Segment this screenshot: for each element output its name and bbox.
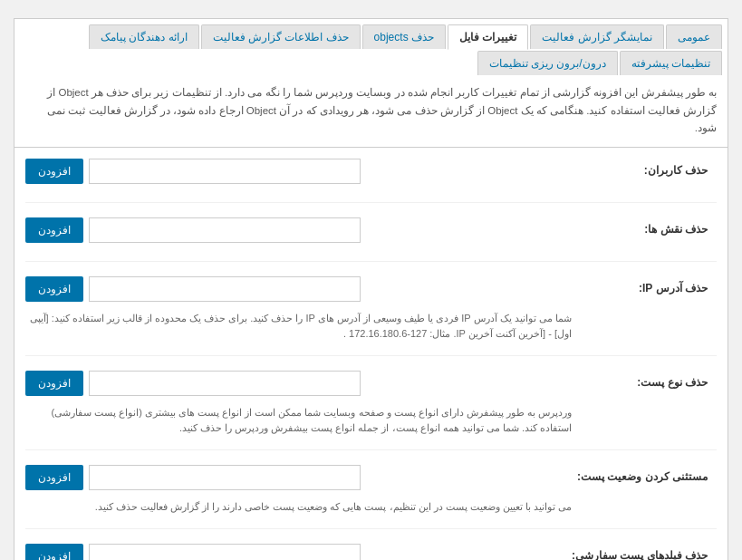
form-row-delete-post-type: حذف نوع پست:افزودنوردپرس به طور پیشفرش د… bbox=[25, 371, 717, 450]
tab-file-changes[interactable]: تغییرات فایل bbox=[448, 24, 528, 50]
row-label-exclude-post-status: مستثنی کردن وضعیت پست: bbox=[572, 465, 717, 483]
row-content-exclude-post-status: افزودنمی توانید با تعیین وضعیت پست در ای… bbox=[25, 465, 572, 516]
add-button-delete-post-type[interactable]: افزودن bbox=[25, 371, 83, 396]
form-row-delete-order-fields: حذف فیلدهای پست سفارشی:افزودنمی توانید ا… bbox=[25, 544, 717, 560]
content-area: حذف کاربران:افزودنحذف نقش ها:افزودنحذف آ… bbox=[14, 148, 728, 560]
input-add-row-delete-users: افزودن bbox=[25, 159, 572, 184]
add-button-delete-users[interactable]: افزودن bbox=[25, 159, 83, 184]
row-content-delete-order-fields: افزودنمی توانید از علامت * برای حذف چندی… bbox=[25, 544, 572, 560]
row-label-delete-users: حذف کاربران: bbox=[572, 159, 717, 177]
tab-delete-activity[interactable]: حذف اطلاعات گزارش فعالیت bbox=[201, 24, 361, 49]
row-label-delete-order-fields: حذف فیلدهای پست سفارشی: bbox=[572, 544, 717, 560]
row-label-delete-post-type: حذف نوع پست: bbox=[572, 371, 717, 389]
add-button-delete-order-fields[interactable]: افزودن bbox=[25, 544, 83, 560]
tab-delete-objects[interactable]: حذف objects bbox=[362, 24, 446, 49]
form-row-delete-users: حذف کاربران:افزودن bbox=[25, 159, 717, 203]
tab-import-export[interactable]: درون/برون ریزی تنظیمات bbox=[477, 51, 618, 75]
row-label-delete-ip: حذف آدرس IP: bbox=[572, 276, 717, 294]
notice-box: به طور پیشفرش این افزونه گزارشی از تمام … bbox=[14, 75, 728, 148]
tab-display-reports[interactable]: نمایشگر گزارش فعالیت bbox=[530, 24, 664, 49]
input-delete-roles[interactable] bbox=[89, 217, 361, 243]
tab-general[interactable]: عمومی bbox=[666, 24, 722, 49]
row-description-exclude-post-status: می توانید با تعیین وضعیت پست در این تنظی… bbox=[25, 499, 572, 516]
form-row-delete-roles: حذف نقش ها:افزودن bbox=[25, 217, 717, 262]
input-add-row-delete-ip: افزودن bbox=[25, 276, 572, 302]
add-button-delete-ip[interactable]: افزودن bbox=[25, 276, 83, 302]
row-description-delete-ip: شما می توانید یک آدرس IP فردی یا طیف وسی… bbox=[25, 311, 572, 343]
input-delete-users[interactable] bbox=[89, 159, 361, 184]
tabs-bar: عمومینمایشگر گزارش فعالیتتغییرات فایلحذف… bbox=[14, 18, 728, 75]
input-delete-order-fields[interactable] bbox=[89, 544, 361, 560]
input-add-row-delete-roles: افزودن bbox=[25, 217, 572, 243]
input-add-row-delete-post-type: افزودن bbox=[25, 371, 572, 396]
row-content-delete-ip: افزودنشما می توانید یک آدرس IP فردی یا ط… bbox=[25, 276, 572, 343]
input-exclude-post-status[interactable] bbox=[89, 465, 361, 490]
form-row-exclude-post-status: مستثنی کردن وضعیت پست:افزودنمی توانید با… bbox=[25, 465, 717, 529]
row-label-delete-roles: حذف نقش ها: bbox=[572, 217, 717, 236]
add-button-delete-roles[interactable]: افزودن bbox=[25, 217, 83, 243]
form-row-delete-ip: حذف آدرس IP:افزودنشما می توانید یک آدرس … bbox=[25, 276, 717, 356]
row-content-delete-roles: افزودن bbox=[25, 217, 572, 248]
add-button-exclude-post-status[interactable]: افزودن bbox=[25, 465, 83, 490]
row-content-delete-post-type: افزودنوردپرس به طور پیشفرش دارای انواع پ… bbox=[25, 371, 572, 437]
row-description-delete-post-type: وردپرس به طور پیشفرش دارای انواع پست و ص… bbox=[25, 405, 572, 437]
input-add-row-exclude-post-status: افزودن bbox=[25, 465, 572, 490]
tab-notifications[interactable]: ارائه دهندگان پیامک bbox=[89, 24, 199, 49]
tab-advanced[interactable]: تنظیمات پیشرفته bbox=[620, 51, 722, 75]
input-delete-ip[interactable] bbox=[89, 276, 361, 302]
input-add-row-delete-order-fields: افزودن bbox=[25, 544, 572, 560]
row-content-delete-users: افزودن bbox=[25, 159, 572, 189]
input-delete-post-type[interactable] bbox=[89, 371, 361, 396]
